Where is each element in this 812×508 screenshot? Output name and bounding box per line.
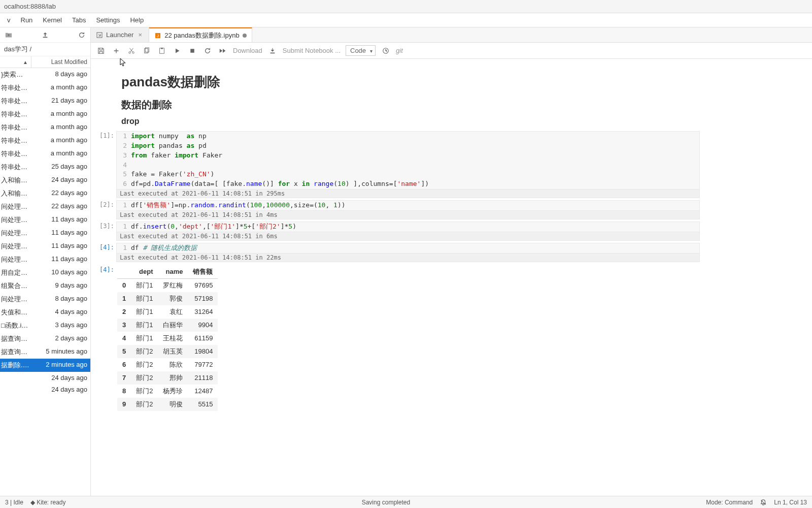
code-cell[interactable]: [2]:1df['销售额']=np.random.randint(100,100… — [116, 200, 700, 219]
file-row[interactable]: 间处理（...11 days ago — [0, 213, 90, 227]
cursor-position[interactable]: Ln 1, Col 13 — [774, 499, 807, 506]
table-cell: 部门1 — [131, 305, 158, 319]
fastforward-icon[interactable] — [218, 46, 228, 56]
svg-rect-10 — [190, 49, 194, 53]
menu-item-v[interactable]: v — [2, 14, 16, 26]
new-folder-icon[interactable] — [4, 30, 13, 40]
save-icon[interactable] — [96, 46, 106, 56]
sort-arrow-icon: ▲ — [23, 59, 28, 65]
restart-icon[interactable] — [202, 46, 213, 56]
code-area[interactable]: 1import numpy as np2import pandas as pd3… — [116, 131, 700, 189]
table-row: 3部门1白丽华9904 — [117, 319, 218, 332]
file-name: 据查询选... — [0, 346, 31, 358]
code-cell[interactable]: [4]:1df # 随机生成的数据Last executed at 2021-0… — [116, 243, 700, 262]
table-cell: 6 — [117, 358, 131, 371]
table-cell: 0 — [117, 278, 131, 292]
file-row[interactable]: 符串处理...a month ago — [0, 108, 90, 121]
file-row[interactable]: □函数.ip...3 days ago — [0, 319, 90, 332]
upload-icon[interactable] — [41, 30, 50, 40]
bell-icon[interactable] — [760, 499, 767, 506]
file-row[interactable]: 据查询选...2 days ago — [0, 332, 90, 345]
run-icon[interactable] — [172, 46, 182, 56]
tab-label: Launcher — [106, 31, 133, 39]
file-row[interactable]: 间处理（...11 days ago — [0, 227, 90, 240]
file-row[interactable]: 用自定义...10 days ago — [0, 266, 90, 279]
exec-timestamp: Last executed at 2021-06-11 14:08:51 in … — [116, 253, 700, 262]
sidebar-toolbar — [0, 27, 90, 43]
mode-status[interactable]: Mode: Command — [706, 499, 753, 506]
git-link[interactable]: git — [396, 47, 403, 54]
file-row[interactable]: 据删除.ip...2 minutes ago — [0, 359, 90, 372]
refresh-icon[interactable] — [77, 30, 86, 40]
cut-icon[interactable] — [126, 46, 137, 56]
file-row[interactable]: 入和输出...24 days ago — [0, 174, 90, 187]
copy-icon[interactable] — [142, 46, 152, 56]
url-bar[interactable]: ocalhost:8888/lab — [0, 0, 812, 13]
file-name: 入和输出... — [0, 175, 31, 186]
tab-launcher[interactable]: Launcher× — [91, 27, 149, 42]
menu-bar: vRunKernelTabsSettingsHelp — [0, 13, 812, 27]
code-area[interactable]: 1df # 随机生成的数据 — [116, 243, 700, 253]
file-row[interactable]: }类索引.i...8 days ago — [0, 68, 90, 81]
menu-item-help[interactable]: Help — [125, 14, 149, 26]
markdown-h1: pandas数据删除 — [121, 73, 700, 91]
kite-status[interactable]: ◆ Kite: ready — [30, 499, 66, 506]
file-row[interactable]: 24 days ago — [0, 384, 90, 395]
table-row: 0部门1罗红梅97695 — [117, 278, 218, 292]
add-cell-icon[interactable] — [111, 46, 121, 56]
menu-item-kernel[interactable]: Kernel — [38, 14, 67, 26]
file-modified: 9 days ago — [31, 280, 90, 292]
file-row[interactable]: 间处理（...11 days ago — [0, 253, 90, 266]
col-modified-header[interactable]: Last Modified — [31, 56, 90, 68]
code-area[interactable]: 1df.insert(0,'dept',['部门1']*5+['部门2']*5) — [116, 221, 700, 232]
file-row[interactable]: 符串处理...a month ago — [0, 121, 90, 134]
code-area[interactable]: 1df['销售额']=np.random.randint(100,100000,… — [116, 200, 700, 211]
menu-item-tabs[interactable]: Tabs — [67, 14, 91, 26]
code-cell[interactable]: [3]:1df.insert(0,'dept',['部门1']*5+['部门2'… — [116, 221, 700, 241]
table-header: name — [158, 265, 188, 279]
kernel-status[interactable]: 3 | Idle — [5, 499, 23, 506]
cell-prompt: [3]: — [96, 223, 114, 230]
stop-icon[interactable] — [187, 46, 197, 56]
status-bar: 3 | Idle ◆ Kite: ready Saving completed … — [0, 496, 812, 508]
download-icon[interactable] — [267, 46, 278, 56]
file-row[interactable]: 符串处理...a month ago — [0, 81, 90, 94]
code-cell[interactable]: [1]:1import numpy as np2import pandas as… — [116, 131, 700, 198]
line-number: 2 — [117, 141, 131, 151]
submit-link[interactable]: Submit Notebook ... — [283, 47, 341, 54]
file-modified: a month ago — [31, 135, 90, 146]
url-text: ocalhost:8888/lab — [4, 3, 56, 10]
col-name-header[interactable]: ▲ — [0, 56, 31, 68]
breadcrumb[interactable]: das学习 / — [0, 43, 90, 56]
close-icon[interactable]: × — [137, 31, 144, 39]
clock-icon[interactable] — [381, 46, 391, 56]
menu-item-settings[interactable]: Settings — [91, 14, 125, 26]
table-cell: 杨秀珍 — [158, 385, 188, 398]
tab-22-pandas-ipynb[interactable]: J22 pandas数据删除.ipynb — [149, 27, 252, 42]
svg-rect-9 — [161, 47, 163, 49]
file-row[interactable]: 入和输出...22 days ago — [0, 187, 90, 200]
file-list: }类索引.i...8 days ago符串处理...a month ago符串处… — [0, 68, 90, 496]
table-cell: 明俊 — [158, 398, 188, 411]
file-row[interactable]: 24 days ago — [0, 372, 90, 384]
file-row[interactable]: 间处理（...8 days ago — [0, 293, 90, 306]
celltype-select[interactable]: Code — [346, 47, 376, 54]
file-row[interactable]: 符串处理...21 days ago — [0, 94, 90, 108]
file-row[interactable]: 据查询选...5 minutes ago — [0, 345, 90, 359]
paste-icon[interactable] — [157, 46, 167, 56]
table-row: 9部门2明俊5515 — [117, 398, 218, 411]
file-row[interactable]: 符串处理...a month ago — [0, 147, 90, 161]
table-cell: 部门2 — [131, 358, 158, 371]
file-row[interactable]: 间处理（...11 days ago — [0, 240, 90, 253]
notebook-content[interactable]: pandas数据删除 数据的删除 drop [1]:1import numpy … — [91, 59, 812, 496]
download-link[interactable]: Download — [233, 47, 262, 54]
file-row[interactable]: 间处理（...22 days ago — [0, 200, 90, 213]
file-row[interactable]: 组聚合统...9 days ago — [0, 279, 90, 293]
table-cell: 王桂花 — [158, 332, 188, 345]
file-modified: 11 days ago — [31, 228, 90, 239]
line-number: 1 — [117, 222, 131, 232]
file-row[interactable]: 符串处理...a month ago — [0, 134, 90, 147]
file-row[interactable]: 失值和空...4 days ago — [0, 306, 90, 319]
menu-item-run[interactable]: Run — [16, 14, 38, 26]
file-row[interactable]: 符串处理...25 days ago — [0, 161, 90, 174]
